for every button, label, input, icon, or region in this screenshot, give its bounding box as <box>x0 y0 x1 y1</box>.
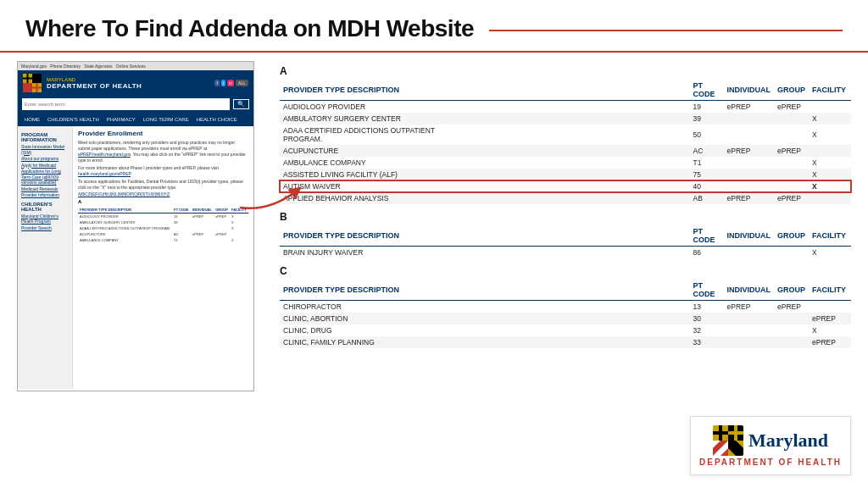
table-row: CLINIC, FAMILY PLANNING33ePREP <box>280 336 851 348</box>
nav-home[interactable]: HOME <box>21 115 43 124</box>
table-row: AMBULATORY SURGERY CENTER39X <box>280 113 851 125</box>
table-row: CHIROPRACTOR13ePREPePREP <box>280 301 851 313</box>
mini-provider-table: PROVIDER TYPE DESCRIPTION PT CODE INDIVI… <box>78 207 248 243</box>
search-input[interactable] <box>22 98 230 110</box>
all-social-button[interactable]: ALL <box>236 80 248 86</box>
table-row: AUDIOLOGY PROVIDER19ePREPePREP <box>280 101 851 114</box>
header-b-group: GROUP <box>774 225 809 247</box>
maryland-word: Maryland <box>748 430 828 451</box>
table-row: AMBULANCE COMPANYT1X <box>78 237 248 243</box>
header-facility: FACILITY <box>809 80 851 101</box>
header-group: GROUP <box>774 80 809 101</box>
header-b-provider-type: PROVIDER TYPE DESCRIPTION <box>280 225 689 247</box>
program-info-section-title: PROGRAM INFORMATION <box>21 132 69 142</box>
facebook-icon: f <box>214 80 219 86</box>
header-pt-code: PT CODE <box>689 80 723 101</box>
col-facility: FACILITY <box>230 207 248 214</box>
header-provider-type-description: PROVIDER TYPE DESCRIPTION <box>280 80 689 101</box>
maryland-doh-logo-box: Maryland DEPARTMENT OF HEALTH <box>690 416 851 475</box>
sidebar-link-renewals[interactable]: Medicaid Renewals <box>21 186 69 192</box>
header-c-pt-code: PT CODE <box>689 280 723 301</box>
col-individual: INDIVIDUAL <box>191 207 214 214</box>
table-row: AMBULANCE COMPANYT1X <box>280 157 851 169</box>
header-b-individual: INDIVIDUAL <box>723 225 774 247</box>
page-title: Where To Find Addenda on MDH Website <box>25 15 474 42</box>
table-row: ACUPUNCTUREACePREPePREP <box>280 145 851 157</box>
table-row: AMBULATORY SURGERY CENTER39X <box>78 219 248 225</box>
search-button[interactable]: 🔍 <box>233 99 249 109</box>
dept-of-health-subtitle: DEPARTMENT OF HEALTH <box>699 458 842 467</box>
md-flag-logo <box>23 74 42 92</box>
col-provider-type: PROVIDER TYPE DESCRIPTION <box>78 207 172 214</box>
provider-enrollment-para3: To access applications for Facilities, D… <box>78 179 248 191</box>
nav-long-term-care[interactable]: LONG TERM CARE <box>140 115 192 124</box>
table-row: AUDIOLOGY PROVIDER19ePREPePREPX <box>78 214 248 220</box>
page-header: Where To Find Addenda on MDH Website <box>0 0 868 53</box>
table-row: CLINIC, DRUG32X <box>280 324 851 336</box>
nav-childrens-health[interactable]: CHILDREN'S HEALTH <box>44 115 103 124</box>
md-logo-text: Maryland <box>748 430 828 452</box>
table-row: BRAIN INJURY WAIVER86X <box>280 247 851 259</box>
maryland-flag-icon <box>713 425 743 456</box>
sidebar-link-provider-search[interactable]: Provider Search <box>21 225 69 231</box>
header-c-provider-type: PROVIDER TYPE DESCRIPTION <box>280 280 689 301</box>
table-row: ASSISTED LIVING FACILITY (ALF)75X <box>280 169 851 180</box>
sidebar-link-ltc[interactable]: Applications for Long Term Care (all97/0… <box>21 169 69 186</box>
social-icons-group: f t in ALL <box>214 80 248 86</box>
provider-enrollment-para1: Meet solo practitioners, rendering only … <box>78 140 248 164</box>
sidebar-link-medicaid[interactable]: Apply for Medicaid <box>21 163 69 169</box>
svg-rect-2 <box>23 83 32 92</box>
header-c-group: GROUP <box>774 280 809 301</box>
nav-health-choice[interactable]: HEALTH CHOICE <box>193 115 241 124</box>
col-group: GROUP <box>214 207 230 214</box>
col-pt-code: PT CODE <box>172 207 191 214</box>
header-b-facility: FACILITY <box>809 225 851 247</box>
mdh-sidebar: PROGRAM INFORMATION State Innovation Mod… <box>18 126 73 389</box>
section-a-label: A <box>280 65 851 77</box>
twitter-icon: t <box>221 80 225 86</box>
sidebar-link-mchp[interactable]: Maryland Children's Health Program <box>21 214 69 225</box>
section-c-label: C <box>280 265 851 277</box>
browser-url: Maryland.gov Phone Directory State Agenc… <box>21 64 146 69</box>
dept-of-health-text: DEPARTMENT OF HEALTH <box>47 82 142 90</box>
sidebar-link-provider[interactable]: Provider Information <box>21 192 69 198</box>
browser-top-bar: Maryland.gov Phone Directory State Agenc… <box>18 62 253 70</box>
header-divider <box>489 30 843 31</box>
mdh-website-screenshot: Maryland.gov Phone Directory State Agenc… <box>17 61 254 391</box>
table-row: ACUPUNCTUREACePREPePREP <box>78 231 248 237</box>
section-c-table: PROVIDER TYPE DESCRIPTION PT CODE INDIVI… <box>280 280 851 348</box>
sidebar-link-programs[interactable]: About our programs <box>21 156 69 162</box>
mdh-search-bar: 🔍 <box>18 96 253 113</box>
alpha-links[interactable]: A|B|C|D|E|F|G|H|I|J|K|L|M|N|O|P|Q|R|S|T|… <box>78 192 248 197</box>
mdh-logo-text-group: MARYLAND DEPARTMENT OF HEALTH <box>47 77 142 90</box>
header-c-facility: FACILITY <box>809 280 851 301</box>
provider-enrollment-para2: For more information about Phase I provi… <box>78 165 248 177</box>
mdh-body: PROGRAM INFORMATION State Innovation Mod… <box>18 126 253 389</box>
table-row: ADAA CERTIFIED ADDICTIONS OUTPATIENTPROG… <box>280 125 851 145</box>
header-b-pt-code: PT CODE <box>689 225 723 247</box>
section-a-table: PROVIDER TYPE DESCRIPTION PT CODE INDIVI… <box>280 80 851 204</box>
section-b-table: PROVIDER TYPE DESCRIPTION PT CODE INDIVI… <box>280 225 851 258</box>
md-logo-top: Maryland <box>713 425 828 456</box>
section-b-label: B <box>280 211 851 223</box>
mdh-main-panel: Provider Enrollment Meet solo practition… <box>73 126 253 389</box>
mdh-site-header: MARYLAND DEPARTMENT OF HEALTH f t in ALL <box>18 70 253 96</box>
nav-pharmacy[interactable]: PHARMACY <box>103 115 139 124</box>
autism-waiver-row: AUTISM WAIVER40X <box>280 180 851 192</box>
header-c-individual: INDIVIDUAL <box>723 280 774 301</box>
header-individual: INDIVIDUAL <box>723 80 774 101</box>
provider-enrollment-title: Provider Enrollment <box>78 130 248 137</box>
table-section-a-label: A <box>78 199 248 204</box>
sidebar-link-sim[interactable]: State Innovation Model (SIM) <box>21 144 69 155</box>
mdh-nav-menu: HOME CHILDREN'S HEALTH PHARMACY LONG TER… <box>18 113 253 126</box>
table-row: CLINIC, ABORTION30ePREP <box>280 313 851 324</box>
instagram-icon: in <box>227 80 234 86</box>
table-row: APPLIED BEHAVIOR ANALYSISABePREPePREP <box>280 192 851 204</box>
svg-rect-1 <box>32 74 42 83</box>
table-row: ADAA CERTIFIED ADDICTIONS OUTPATIENT PRO… <box>78 225 248 231</box>
childrens-health-section-title: CHILDREN'S HEALTH <box>21 202 69 212</box>
